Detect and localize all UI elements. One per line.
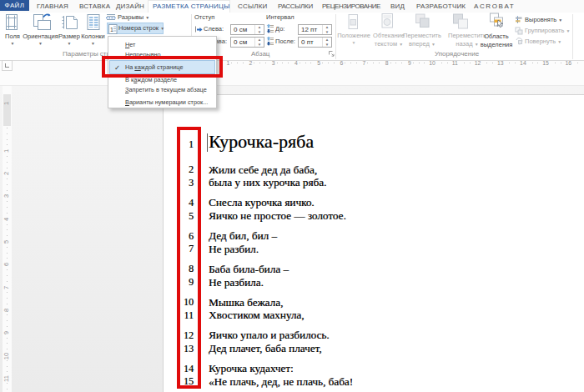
svg-text:1: 1 (110, 27, 113, 33)
